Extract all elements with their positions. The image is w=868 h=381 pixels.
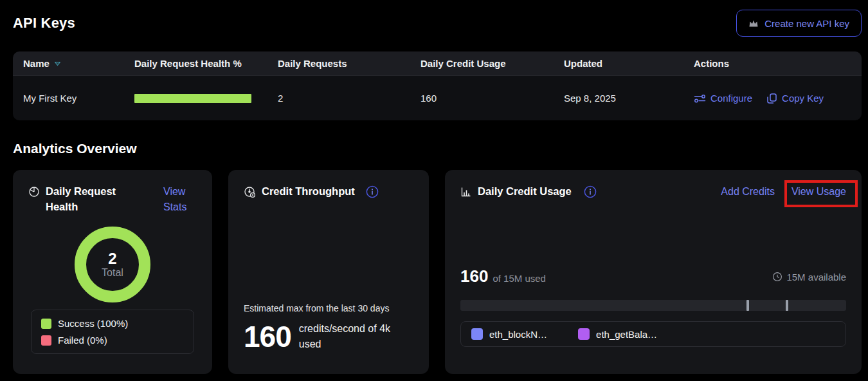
credits-available: 15M available bbox=[772, 272, 846, 283]
throughput-card-header: Credit Throughput bbox=[244, 184, 413, 200]
throughput-card-title: Credit Throughput bbox=[262, 184, 355, 200]
daily-credit-usage-card: Daily Credit Usage Add Credits View Usag… bbox=[445, 170, 862, 374]
column-header-health: Daily Request Health % bbox=[134, 58, 278, 69]
throughput-unit: credits/second of 4k used bbox=[299, 321, 413, 352]
donut-total-value: 2 bbox=[108, 250, 116, 267]
daily-requests-cell: 2 bbox=[278, 93, 420, 104]
donut-total-label: Total bbox=[102, 267, 123, 279]
credits-used-value: 160 bbox=[460, 266, 488, 286]
page-title: API Keys bbox=[13, 15, 75, 32]
bar-chart-icon bbox=[460, 186, 472, 198]
daily-credit-usage-cell: 160 bbox=[420, 93, 564, 104]
api-keys-header: API Keys Create new API key bbox=[13, 9, 862, 37]
credits-available-label: 15M available bbox=[786, 272, 846, 283]
usage-stats-row: 160 of 15M used 15M available bbox=[460, 266, 846, 286]
copy-key-button[interactable]: Copy Key bbox=[766, 93, 824, 104]
legend-item-failed: Failed (0%) bbox=[41, 335, 184, 346]
configure-label: Configure bbox=[710, 93, 752, 104]
api-keys-table: Name Daily Request Health % Daily Reques… bbox=[13, 51, 862, 120]
throughput-note: Estimated max from the last 30 days bbox=[244, 303, 413, 313]
crown-icon bbox=[748, 19, 759, 28]
success-label: Success (100%) bbox=[58, 318, 128, 329]
sort-desc-icon[interactable] bbox=[54, 61, 61, 66]
daily-request-health-card: Daily Request Health View Stats 2 Total … bbox=[13, 170, 212, 374]
create-api-key-button[interactable]: Create new API key bbox=[736, 10, 862, 37]
bar-threshold-tick bbox=[746, 300, 749, 311]
eth-blocknumber-swatch bbox=[471, 328, 483, 340]
create-api-key-label: Create new API key bbox=[764, 18, 849, 29]
health-legend: Success (100%) Failed (0%) bbox=[31, 310, 194, 354]
analytics-cards: Daily Request Health View Stats 2 Total … bbox=[13, 170, 862, 374]
copy-icon bbox=[766, 93, 777, 104]
credit-throughput-card: Credit Throughput Estimated max from the… bbox=[228, 170, 429, 374]
legend-item-success: Success (100%) bbox=[41, 318, 184, 329]
sliders-icon bbox=[694, 93, 706, 104]
health-bar-track bbox=[134, 94, 251, 103]
info-icon[interactable] bbox=[366, 185, 379, 198]
info-icon[interactable] bbox=[584, 185, 597, 198]
updated-cell: Sep 8, 2025 bbox=[564, 93, 694, 104]
view-usage-link[interactable]: View Usage bbox=[791, 184, 846, 200]
column-header-updated: Updated bbox=[564, 58, 694, 69]
usage-card-title: Daily Credit Usage bbox=[478, 184, 572, 200]
health-donut-chart: 2 Total bbox=[75, 227, 150, 302]
health-card-header: Daily Request Health View Stats bbox=[28, 184, 197, 215]
column-header-actions: Actions bbox=[694, 58, 862, 69]
failed-label: Failed (0%) bbox=[58, 335, 107, 346]
copy-key-label: Copy Key bbox=[782, 93, 824, 104]
analytics-overview-title: Analytics Overview bbox=[13, 141, 868, 156]
eth-blocknumber-label: eth_blockN… bbox=[489, 329, 547, 340]
view-stats-link[interactable]: View Stats bbox=[163, 184, 197, 215]
gauge-icon bbox=[244, 186, 256, 198]
health-bar-cell bbox=[134, 94, 278, 103]
table-row: My First Key 2 160 Sep 8, 2025 Conf bbox=[13, 75, 862, 120]
dashboard-page: API Keys Create new API key Name Daily R… bbox=[0, 0, 868, 381]
success-swatch bbox=[41, 319, 51, 329]
health-card-title: Daily Request Health bbox=[46, 184, 122, 215]
clock-icon bbox=[772, 272, 782, 282]
usage-progress-bar bbox=[460, 300, 846, 311]
health-bar-fill bbox=[134, 94, 251, 103]
configure-button[interactable]: Configure bbox=[694, 93, 752, 104]
column-header-credit-usage: Daily Credit Usage bbox=[420, 58, 564, 69]
eth-getbalance-label: eth_getBala… bbox=[596, 329, 657, 340]
throughput-value: 160 bbox=[244, 322, 291, 351]
bar-threshold-tick bbox=[786, 300, 788, 311]
table-header-row: Name Daily Request Health % Daily Reques… bbox=[13, 51, 862, 75]
usage-card-links: Add Credits View Usage bbox=[721, 184, 846, 200]
eth-getbalance-swatch bbox=[578, 328, 590, 340]
pie-chart-icon bbox=[28, 186, 40, 198]
add-credits-link[interactable]: Add Credits bbox=[721, 184, 775, 200]
throughput-value-row: 160 credits/second of 4k used bbox=[244, 321, 413, 352]
failed-swatch bbox=[41, 335, 51, 346]
legend-item-eth-getbalance: eth_getBala… bbox=[578, 328, 657, 340]
key-name-cell: My First Key bbox=[13, 93, 134, 104]
usage-card-header: Daily Credit Usage Add Credits View Usag… bbox=[460, 184, 846, 200]
column-header-requests: Daily Requests bbox=[278, 58, 420, 69]
legend-item-eth-blocknumber: eth_blockN… bbox=[471, 328, 547, 340]
column-header-name-label: Name bbox=[23, 58, 50, 69]
column-header-name[interactable]: Name bbox=[13, 58, 134, 69]
usage-legend: eth_blockN… eth_getBala… bbox=[460, 321, 846, 347]
credits-used-suffix: of 15M used bbox=[493, 273, 546, 284]
actions-cell: Configure Copy Key bbox=[694, 93, 862, 104]
throughput-stats: Estimated max from the last 30 days 160 … bbox=[244, 303, 413, 360]
